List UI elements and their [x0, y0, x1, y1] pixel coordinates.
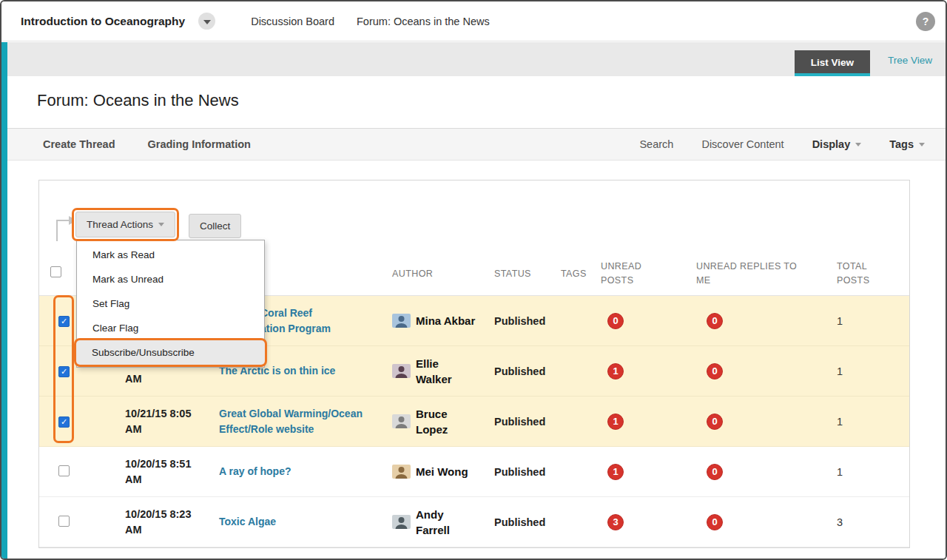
unread-replies-badge[interactable]: 0	[707, 414, 723, 430]
avatar	[392, 414, 411, 428]
search-button[interactable]: Search	[639, 138, 673, 150]
grading-information-button[interactable]: Grading Information	[148, 138, 251, 150]
total-posts-value: 1	[837, 466, 843, 478]
top-bar: Introduction to Oceanography Discussion …	[1, 1, 946, 41]
collect-button[interactable]: Collect	[189, 214, 241, 238]
total-posts-value: 1	[837, 416, 843, 428]
collect-label: Collect	[200, 220, 230, 232]
unread-posts-badge[interactable]: 3	[607, 514, 624, 530]
title-section: Forum: Oceans in the News	[7, 76, 946, 128]
avatar	[392, 465, 411, 479]
thread-title-link[interactable]: A ray of hope?	[219, 465, 291, 477]
action-bar: Create Thread Grading Information Search…	[7, 128, 946, 161]
header-total-posts: TOTAL POSTS	[837, 260, 881, 288]
thread-title-link[interactable]: Great Global Warming/Ocean Effect/Role w…	[219, 408, 363, 435]
nav-discussion-board[interactable]: Discussion Board	[251, 16, 334, 27]
chevron-down-icon	[855, 143, 861, 146]
nav-forum-current: Forum: Oceans in the News	[357, 16, 490, 27]
total-posts-value: 1	[837, 315, 843, 327]
row-checkbox[interactable]	[58, 316, 70, 327]
thread-row: 10/20/15 8:51 AM A ray of hope? Mei Wong…	[39, 447, 909, 497]
chevron-down-icon	[158, 223, 164, 226]
thread-row: 10/20/15 8:23 AM Toxic Algae Andy Farrel…	[39, 497, 909, 547]
thread-actions-menu: Mark as Read Mark as Unread Set Flag Cle…	[76, 240, 265, 368]
thread-date: 10/20/15 8:51 AM	[125, 456, 206, 488]
unread-replies-badge[interactable]: 0	[707, 313, 723, 329]
row-checkbox[interactable]	[58, 366, 70, 377]
author-name: Ellie Walker	[416, 356, 452, 387]
help-button[interactable]: ?	[916, 12, 935, 31]
thread-actions-label: Thread Actions	[87, 219, 153, 230]
row-checkbox[interactable]	[58, 516, 70, 527]
tab-list-view[interactable]: List View	[795, 50, 870, 76]
header-tags: TAGS	[550, 267, 590, 281]
tab-tree-view[interactable]: Tree View	[888, 55, 932, 76]
thread-row: 10/21/15 8:05 AM Great Global Warming/Oc…	[39, 397, 909, 447]
chevron-down-icon	[203, 20, 211, 24]
author-name: Andy Farrell	[416, 507, 450, 538]
thread-date: 10/21/15 8:05 AM	[125, 406, 206, 437]
menu-item-subscribe-unsubscribe[interactable]: Subscribe/Unsubscribe	[76, 340, 265, 365]
author-name: Bruce Lopez	[416, 406, 448, 437]
row-checkbox[interactable]	[58, 465, 70, 476]
course-menu-button[interactable]	[198, 13, 215, 30]
unread-posts-badge[interactable]: 0	[607, 313, 624, 329]
menu-item-mark-as-unread[interactable]: Mark as Unread	[77, 267, 264, 291]
thread-actions-button[interactable]: Thread Actions	[75, 212, 175, 237]
discover-content-button[interactable]: Discover Content	[701, 138, 783, 150]
thread-title-link[interactable]: Toxic Algae	[219, 516, 276, 527]
display-menu-label: Display	[812, 138, 851, 150]
total-posts-value: 3	[837, 516, 843, 528]
app-window: Introduction to Oceanography Discussion …	[0, 0, 947, 560]
status-label: Published	[494, 416, 545, 428]
author-name: Mina Akbar	[416, 313, 475, 328]
avatar	[392, 314, 411, 328]
tags-menu-button[interactable]: Tags	[889, 138, 925, 150]
unread-replies-badge[interactable]: 0	[707, 514, 723, 530]
view-tabs: List View Tree View	[795, 50, 932, 76]
status-label: Published	[494, 466, 545, 478]
unread-replies-badge[interactable]: 0	[707, 363, 723, 379]
unread-posts-badge[interactable]: 1	[607, 414, 624, 430]
teal-accent-stripe	[1, 42, 7, 559]
header-unread-replies: UNREAD REPLIES TO ME	[696, 260, 807, 288]
page-title: Forum: Oceans in the News	[37, 91, 239, 109]
unread-replies-badge[interactable]: 0	[707, 464, 723, 480]
avatar	[392, 364, 411, 378]
header-status: STATUS	[484, 267, 550, 281]
unread-posts-badge[interactable]: 1	[607, 464, 624, 480]
select-all-checkbox[interactable]	[50, 266, 61, 277]
author-name: Mei Wong	[416, 464, 468, 479]
header-unread-posts: UNREAD POSTS	[601, 260, 653, 288]
create-thread-button[interactable]: Create Thread	[43, 138, 115, 150]
status-label: Published	[494, 365, 545, 377]
course-title: Introduction to Oceanography	[21, 15, 185, 28]
thread-list-panel: Thread Actions Collect Mark as Read Mark…	[38, 180, 910, 548]
tags-menu-label: Tags	[889, 138, 914, 150]
row-checkbox[interactable]	[58, 416, 70, 428]
unread-posts-badge[interactable]: 1	[607, 363, 624, 379]
menu-item-set-flag[interactable]: Set Flag	[77, 291, 264, 316]
thread-date: 10/20/15 8:23 AM	[125, 507, 206, 538]
annotation-box-thread-actions: Thread Actions	[72, 208, 179, 241]
status-label: Published	[494, 516, 545, 528]
total-posts-value: 1	[837, 365, 843, 377]
header-author: AUTHOR	[380, 267, 484, 281]
view-tabs-band: List View Tree View	[7, 42, 946, 76]
menu-item-clear-flag[interactable]: Clear Flag	[77, 316, 264, 340]
main-region: List View Tree View Forum: Oceans in the…	[1, 42, 946, 559]
display-menu-button[interactable]: Display	[812, 138, 862, 150]
status-label: Published	[494, 315, 545, 327]
chevron-down-icon	[919, 143, 925, 146]
menu-item-mark-as-read[interactable]: Mark as Read	[77, 243, 264, 267]
avatar	[392, 515, 411, 529]
